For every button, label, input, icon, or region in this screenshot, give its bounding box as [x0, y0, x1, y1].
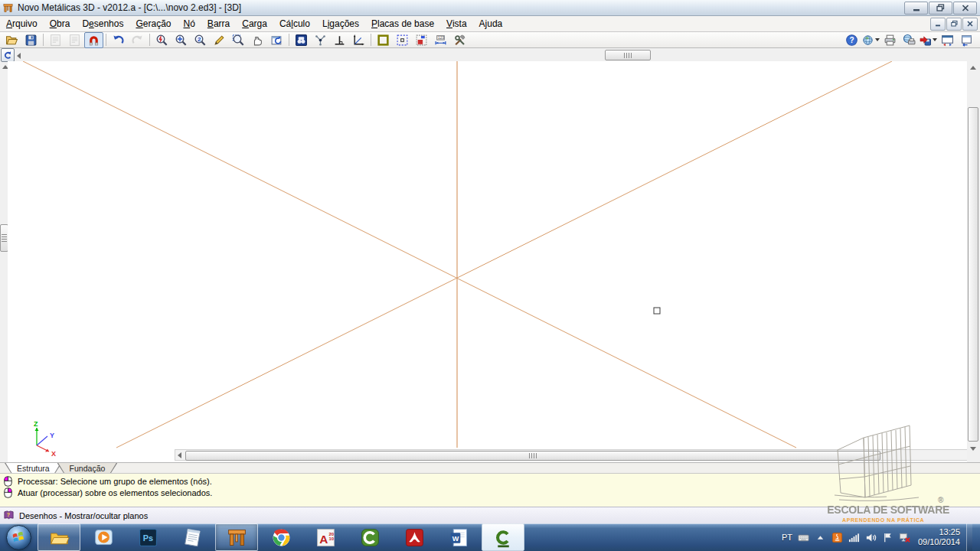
print-view-button[interactable]	[900, 32, 919, 48]
export-dxf-button[interactable]	[46, 32, 65, 48]
export-file-button[interactable]	[919, 32, 938, 48]
start-button[interactable]	[0, 523, 37, 551]
vertical-scrollbar-thumb[interactable]	[968, 107, 978, 442]
taskbar-word-button[interactable]: W	[437, 523, 480, 551]
zoom-dynamic-button[interactable]	[152, 32, 172, 48]
open-button[interactable]	[2, 32, 21, 48]
canvas-area[interactable]: Z Y X	[0, 48, 980, 462]
scroll-up-arrow-icon[interactable]	[968, 63, 978, 73]
camtasia-recorder-icon	[492, 527, 514, 549]
taskbar-autocad-button[interactable]: A2010	[304, 523, 347, 551]
top-splitter-handle[interactable]	[605, 50, 651, 60]
tray-flag-icon[interactable]	[882, 532, 893, 543]
tray-java-icon[interactable]	[831, 532, 843, 543]
taskbar-camtasia-button[interactable]	[348, 523, 391, 551]
coordinate-axes-button[interactable]	[349, 32, 368, 48]
online-services-button[interactable]	[861, 32, 880, 48]
window-restore-button[interactable]	[929, 2, 952, 15]
menu-arquivo[interactable]: Arquivo	[0, 17, 44, 31]
settings-tools-button[interactable]	[450, 32, 469, 48]
tools-icon	[453, 34, 466, 47]
horizontal-scrollbar-thumb[interactable]	[185, 451, 880, 461]
mdi-restore-button[interactable]	[946, 18, 962, 31]
pan-button[interactable]	[248, 32, 267, 48]
zoom-x2-button[interactable]: 2	[191, 32, 210, 48]
vertical-scrollbar[interactable]	[967, 61, 980, 462]
tab-fundacao[interactable]: Fundação	[57, 463, 118, 474]
refresh-view-button[interactable]	[267, 32, 286, 48]
drawing-viewport[interactable]: Z Y X	[8, 61, 967, 462]
taskbar-media-player-button[interactable]	[82, 523, 125, 551]
redo-button[interactable]	[128, 32, 147, 48]
menu-geracao[interactable]: Geração	[129, 17, 177, 31]
mdi-close-button[interactable]	[962, 18, 978, 31]
menu-barra[interactable]: Barra	[201, 17, 236, 31]
taskbar-explorer-button[interactable]	[38, 523, 80, 551]
redraw-button[interactable]	[210, 32, 229, 48]
dropdown-arrow-icon[interactable]	[933, 38, 937, 41]
dimension-button[interactable]: 123	[431, 32, 450, 48]
tray-signal-icon[interactable]	[848, 532, 860, 543]
help-icon: ?	[845, 34, 858, 47]
svg-text:10: 10	[328, 536, 334, 541]
previous-window-button[interactable]	[957, 32, 976, 48]
print-button[interactable]	[880, 32, 900, 48]
windows-taskbar: PsA2010W PT 13:25 09/10/2014	[0, 523, 980, 551]
windows-config-button[interactable]	[938, 32, 957, 48]
object-snap-button[interactable]	[84, 32, 103, 48]
window-close-button[interactable]	[953, 2, 977, 15]
windows-config-icon	[941, 34, 954, 47]
window-minimize-button[interactable]	[904, 2, 928, 15]
perpendicular-button[interactable]	[330, 32, 349, 48]
taskbar-adobe-reader-button[interactable]	[393, 523, 436, 551]
tray-clock[interactable]: 13:25 09/10/2014	[918, 527, 960, 547]
dropdown-arrow-icon[interactable]	[875, 38, 880, 41]
svg-text:?: ?	[7, 512, 10, 517]
scroll-down-arrow-icon[interactable]	[968, 444, 978, 454]
undo-button[interactable]	[109, 32, 128, 48]
tray-keyboard-icon[interactable]	[798, 532, 809, 543]
rotate-view-button[interactable]	[1, 48, 15, 62]
find-button[interactable]	[292, 32, 311, 48]
tray-expand-icon[interactable]	[815, 532, 826, 543]
save-button[interactable]	[21, 32, 41, 48]
taskbar-notepad-button[interactable]	[171, 523, 214, 551]
svg-text:123: 123	[438, 36, 444, 40]
tray-no-network-icon[interactable]	[899, 532, 910, 543]
menu-placas-de-base[interactable]: Placas de base	[365, 17, 440, 31]
svg-text:Ps: Ps	[142, 533, 152, 542]
language-indicator[interactable]: PT	[782, 533, 792, 542]
scroll-left-arrow-icon[interactable]	[17, 53, 21, 59]
menu-ajuda[interactable]: Ajuda	[473, 17, 509, 31]
tray-volume-icon[interactable]	[865, 532, 877, 543]
help-button[interactable]: ?	[842, 32, 861, 48]
taskbar-camtasia-recorder-button[interactable]	[482, 523, 524, 551]
menu-carga[interactable]: Carga	[236, 17, 273, 31]
mdi-minimize-button[interactable]	[930, 18, 946, 31]
taskbar-chrome-button[interactable]	[260, 523, 302, 551]
grip-icon	[2, 234, 7, 242]
node-tools-button[interactable]	[311, 32, 330, 48]
menu-obra[interactable]: Obra	[44, 17, 77, 31]
horizontal-scrollbar[interactable]	[175, 449, 975, 461]
taskbar-photoshop-button[interactable]: Ps	[126, 523, 169, 551]
show-desktop-button[interactable]	[966, 523, 972, 551]
menu-vista[interactable]: Vista	[440, 17, 472, 31]
zoom-window-button[interactable]	[229, 32, 248, 48]
tray-date: 09/10/2014	[918, 537, 960, 547]
menu-desenhos[interactable]: Desenhos	[76, 17, 129, 31]
import-dxf-button[interactable]	[65, 32, 84, 48]
zoom-extents-button[interactable]	[172, 32, 191, 48]
select-window-button[interactable]	[374, 32, 393, 48]
taskbar-metalicas-3d-button[interactable]	[215, 523, 258, 551]
menu-no[interactable]: Nó	[178, 17, 201, 31]
tab-estrutura[interactable]: Estrutura	[5, 463, 62, 474]
scroll-left-arrow-icon[interactable]	[178, 452, 181, 458]
folder-open-icon	[5, 34, 18, 47]
layers-button[interactable]	[412, 32, 431, 48]
menu-ligacoes[interactable]: Ligações	[316, 17, 365, 31]
menu-calculo[interactable]: Cálculo	[273, 17, 316, 31]
select-center-button[interactable]	[393, 32, 412, 48]
metalicas-3d-icon	[226, 527, 248, 549]
minimize-icon	[913, 5, 920, 11]
